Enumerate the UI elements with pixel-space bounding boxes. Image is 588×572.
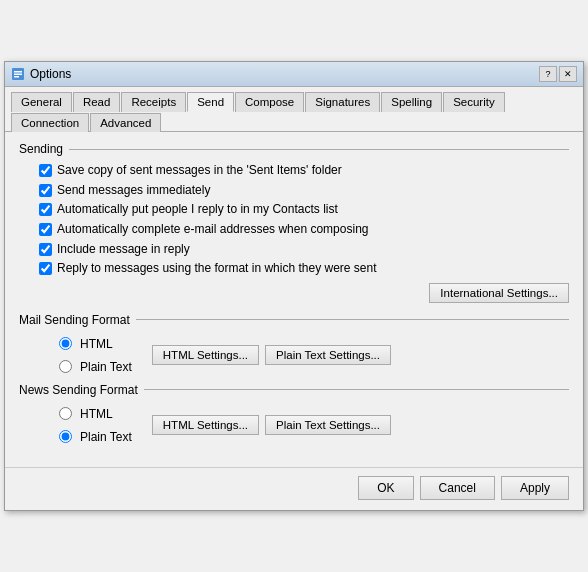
mail-html-row: HTML [59, 337, 132, 351]
news-html-label: HTML [80, 407, 113, 421]
mail-format-title: Mail Sending Format [19, 313, 130, 327]
international-settings-button[interactable]: International Settings... [429, 283, 569, 303]
mail-plain-settings-button[interactable]: Plain Text Settings... [265, 345, 391, 365]
mail-html-label: HTML [80, 337, 113, 351]
tab-content: Sending Save copy of sent messages in th… [5, 132, 583, 463]
svg-rect-1 [14, 71, 22, 73]
checkbox-item-2: Send messages immediately [39, 183, 569, 199]
mail-html-settings-button[interactable]: HTML Settings... [152, 345, 259, 365]
news-html-settings-button[interactable]: HTML Settings... [152, 415, 259, 435]
checkbox-label-1: Save copy of sent messages in the 'Sent … [57, 163, 342, 179]
news-format-section: News Sending Format HTML Plain Text HTML… [19, 383, 569, 447]
tabs-row: General Read Receipts Send Compose Signa… [5, 87, 583, 132]
mail-format-section: Mail Sending Format HTML Plain Text HTML… [19, 313, 569, 377]
apply-button[interactable]: Apply [501, 476, 569, 500]
tab-send[interactable]: Send [187, 92, 234, 112]
mail-plain-radio[interactable] [59, 360, 72, 373]
tab-spelling[interactable]: Spelling [381, 92, 442, 112]
tab-receipts[interactable]: Receipts [121, 92, 186, 112]
checkbox-item-1: Save copy of sent messages in the 'Sent … [39, 163, 569, 179]
checkbox-auto-contacts[interactable] [39, 203, 52, 216]
checkbox-item-3: Automatically put people I reply to in m… [39, 202, 569, 218]
cancel-button[interactable]: Cancel [420, 476, 495, 500]
checkbox-reply-format[interactable] [39, 262, 52, 275]
checkbox-label-2: Send messages immediately [57, 183, 210, 199]
checkbox-include-reply[interactable] [39, 243, 52, 256]
tab-signatures[interactable]: Signatures [305, 92, 380, 112]
checkbox-label-6: Reply to messages using the format in wh… [57, 261, 377, 277]
news-format-divider [144, 389, 569, 390]
app-icon [11, 67, 25, 81]
footer: OK Cancel Apply [5, 467, 583, 510]
title-bar: Options ? ✕ [5, 62, 583, 87]
mail-html-radio[interactable] [59, 337, 72, 350]
tab-read[interactable]: Read [73, 92, 121, 112]
news-format-header: News Sending Format [19, 383, 569, 397]
news-plain-radio[interactable] [59, 430, 72, 443]
checkbox-item-5: Include message in reply [39, 242, 569, 258]
intl-btn-row: International Settings... [19, 283, 569, 303]
checkbox-item-6: Reply to messages using the format in wh… [39, 261, 569, 277]
tab-connection[interactable]: Connection [11, 113, 89, 132]
sending-title: Sending [19, 142, 63, 156]
mail-plain-label: Plain Text [80, 360, 132, 374]
news-html-row: HTML [59, 407, 132, 421]
tab-advanced[interactable]: Advanced [90, 113, 161, 132]
checkbox-item-4: Automatically complete e-mail addresses … [39, 222, 569, 238]
checkbox-save-copy[interactable] [39, 164, 52, 177]
news-format-title: News Sending Format [19, 383, 138, 397]
news-plain-row: Plain Text [59, 430, 132, 444]
news-html-radio[interactable] [59, 407, 72, 420]
mail-plain-row: Plain Text [59, 360, 132, 374]
sending-header: Sending [19, 142, 569, 156]
sending-divider [69, 149, 569, 150]
news-plain-label: Plain Text [80, 430, 132, 444]
svg-rect-3 [14, 76, 19, 78]
tab-general[interactable]: General [11, 92, 72, 112]
ok-button[interactable]: OK [358, 476, 413, 500]
close-button[interactable]: ✕ [559, 66, 577, 82]
checkbox-send-immediately[interactable] [39, 184, 52, 197]
help-button[interactable]: ? [539, 66, 557, 82]
checkbox-label-5: Include message in reply [57, 242, 190, 258]
checkbox-autocomplete-email[interactable] [39, 223, 52, 236]
checkbox-label-4: Automatically complete e-mail addresses … [57, 222, 368, 238]
tab-security[interactable]: Security [443, 92, 505, 112]
checkbox-label-3: Automatically put people I reply to in m… [57, 202, 338, 218]
svg-rect-2 [14, 74, 22, 76]
mail-format-header: Mail Sending Format [19, 313, 569, 327]
news-plain-settings-button[interactable]: Plain Text Settings... [265, 415, 391, 435]
tab-compose[interactable]: Compose [235, 92, 304, 112]
options-window: Options ? ✕ General Read Receipts Send C… [4, 61, 584, 511]
mail-format-divider [136, 319, 569, 320]
window-title: Options [30, 67, 71, 81]
